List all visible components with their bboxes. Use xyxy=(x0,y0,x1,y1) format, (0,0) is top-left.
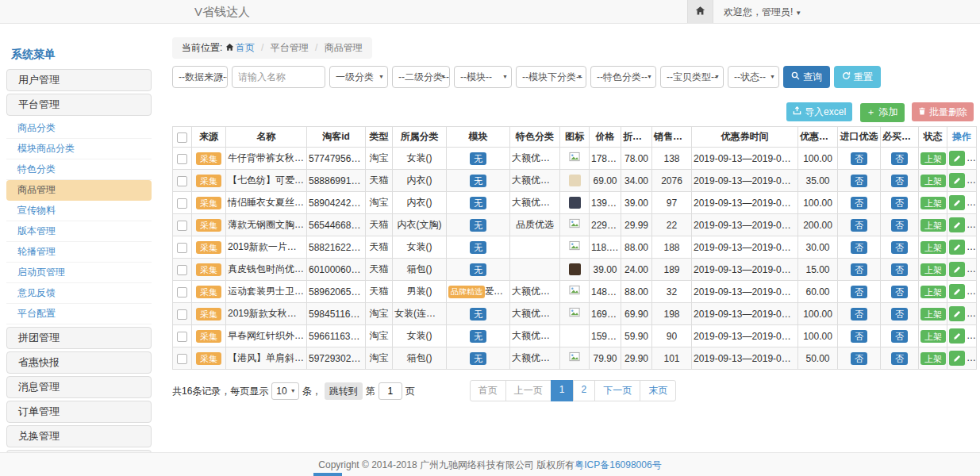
sidebar-group-groupbuy[interactable]: 拼团管理 xyxy=(6,327,152,349)
status-toggle[interactable]: 上架 xyxy=(920,152,946,165)
import-select-toggle[interactable]: 否 xyxy=(851,219,867,232)
edit-button[interactable] xyxy=(949,195,965,210)
row-checkbox[interactable] xyxy=(177,176,187,186)
status-toggle[interactable]: 上架 xyxy=(920,330,946,343)
import-select-toggle[interactable]: 否 xyxy=(851,308,867,321)
reset-button[interactable]: 重置 xyxy=(834,66,881,88)
sidebar-item-carousel-management[interactable]: 轮播管理 xyxy=(6,242,152,263)
edit-button[interactable] xyxy=(949,328,965,344)
must-buy-toggle[interactable]: 否 xyxy=(891,241,908,254)
name-search-input[interactable] xyxy=(232,66,325,88)
horizontal-scrollbar-thumb[interactable] xyxy=(313,473,342,476)
level1-category-select[interactable]: 一级分类▼ xyxy=(329,66,388,88)
row-checkbox-cell xyxy=(173,214,192,236)
batch-delete-button[interactable]: 批量删除 xyxy=(912,102,974,121)
row-checkbox[interactable] xyxy=(177,154,187,164)
must-buy-toggle[interactable]: 否 xyxy=(891,219,908,232)
row-checkbox[interactable] xyxy=(177,354,187,364)
status-toggle[interactable]: 上架 xyxy=(920,241,946,254)
row-checkbox[interactable] xyxy=(177,309,187,320)
must-buy-toggle[interactable]: 否 xyxy=(891,352,908,365)
import-excel-button[interactable]: 导入excel xyxy=(786,102,852,121)
edit-button[interactable] xyxy=(949,240,965,255)
edit-button[interactable] xyxy=(949,351,965,366)
status-toggle[interactable]: 上架 xyxy=(920,286,946,298)
import-select-toggle[interactable]: 否 xyxy=(851,197,867,209)
edit-button[interactable] xyxy=(949,284,965,299)
status-select[interactable]: --状态--▼ xyxy=(728,66,779,88)
import-select-toggle[interactable]: 否 xyxy=(851,352,867,365)
sidebar-item-goods-category[interactable]: 商品分类 xyxy=(6,118,152,139)
add-button[interactable]: ＋添加 xyxy=(860,103,905,122)
status-toggle[interactable]: 上架 xyxy=(920,352,946,365)
sidebar-item-goods-management[interactable]: 商品管理 xyxy=(6,180,152,201)
sidebar-item-promo-material[interactable]: 宣传物料 xyxy=(6,201,152,221)
status-toggle[interactable]: 上架 xyxy=(920,219,946,232)
select-all-checkbox[interactable] xyxy=(177,132,187,143)
status-cell: 上架 xyxy=(919,214,947,236)
edit-button[interactable] xyxy=(949,173,965,188)
sidebar-group-platform[interactable]: 平台管理 xyxy=(6,94,152,116)
edit-button[interactable] xyxy=(949,306,965,321)
status-toggle[interactable]: 上架 xyxy=(920,308,946,321)
must-buy-toggle[interactable]: 否 xyxy=(891,175,908,187)
must-buy-toggle[interactable]: 否 xyxy=(891,308,908,321)
must-buy-toggle[interactable]: 否 xyxy=(891,263,908,276)
import-select-toggle[interactable]: 否 xyxy=(851,263,867,276)
edit-button[interactable] xyxy=(949,217,965,232)
row-checkbox[interactable] xyxy=(177,221,187,231)
products-table: 来源 名称 淘客id 类型 所属分类 模块 特色分类 图标 价格 折后价 销售数… xyxy=(172,126,977,370)
sidebar-item-platform-config[interactable]: 平台配置 xyxy=(6,304,152,324)
jump-page-input[interactable] xyxy=(379,382,402,400)
feature-category-select[interactable]: --特色分类--▼ xyxy=(590,66,656,88)
home-button[interactable] xyxy=(687,0,713,23)
row-checkbox[interactable] xyxy=(177,287,187,298)
must-buy-toggle[interactable]: 否 xyxy=(891,330,908,343)
jump-button[interactable]: 跳转到 xyxy=(325,382,363,400)
status-toggle[interactable]: 上架 xyxy=(920,175,946,187)
sidebar-item-feature-category[interactable]: 特色分类 xyxy=(6,159,152,180)
edit-button[interactable] xyxy=(949,151,965,166)
search-button[interactable]: 查询 xyxy=(783,66,830,88)
import-select-toggle[interactable]: 否 xyxy=(851,286,867,298)
pager-next[interactable]: 下一页 xyxy=(594,380,640,401)
level2-category-select[interactable]: --二级分类--▼ xyxy=(392,66,450,88)
pager-page-1[interactable]: 1 xyxy=(551,380,574,401)
row-checkbox[interactable] xyxy=(177,265,187,275)
item-type-select[interactable]: --宝贝类型--▼ xyxy=(660,66,724,88)
sidebar-group-orders[interactable]: 订单管理 xyxy=(6,401,152,423)
source-cell: 采集 xyxy=(192,347,226,370)
sidebar-item-module-goods-category[interactable]: 模块商品分类 xyxy=(6,139,152,159)
icp-link[interactable]: 粤ICP备16098006号 xyxy=(575,459,661,470)
import-select-toggle[interactable]: 否 xyxy=(851,175,867,187)
pager-page-2[interactable]: 2 xyxy=(573,380,596,401)
import-select-toggle[interactable]: 否 xyxy=(851,241,867,254)
sidebar-group-messages[interactable]: 消息管理 xyxy=(6,376,152,398)
status-cell: 上架 xyxy=(919,170,947,192)
breadcrumb-home-link[interactable]: 首页 xyxy=(236,42,255,53)
module-subcategory-select[interactable]: --模块下分类--▼ xyxy=(516,66,586,88)
page-size-select[interactable]: 10▼ xyxy=(271,382,298,400)
sidebar-group-express[interactable]: 省惠快报 xyxy=(6,351,152,374)
edit-button[interactable] xyxy=(949,262,965,277)
import-select-toggle[interactable]: 否 xyxy=(851,330,867,343)
module-select[interactable]: --模块--▼ xyxy=(454,66,512,88)
row-checkbox-cell xyxy=(173,347,192,370)
sidebar-item-splash-management[interactable]: 启动页管理 xyxy=(6,263,152,283)
row-checkbox[interactable] xyxy=(177,198,187,209)
user-menu[interactable]: 欢迎您，管理员!▼ xyxy=(724,0,801,25)
must-buy-toggle[interactable]: 否 xyxy=(891,197,908,209)
sidebar-group-users[interactable]: 用户管理 xyxy=(6,69,152,91)
must-buy-toggle[interactable]: 否 xyxy=(891,286,908,298)
sidebar-item-feedback[interactable]: 意见反馈 xyxy=(6,283,152,304)
import-select-toggle[interactable]: 否 xyxy=(851,152,867,165)
sidebar-group-exchange[interactable]: 兑换管理 xyxy=(6,425,152,447)
row-checkbox[interactable] xyxy=(177,243,187,253)
must-buy-toggle[interactable]: 否 xyxy=(891,152,908,165)
row-checkbox[interactable] xyxy=(177,332,187,342)
sidebar-item-version-management[interactable]: 版本管理 xyxy=(6,221,152,242)
pager-last[interactable]: 末页 xyxy=(640,380,676,401)
data-source-select[interactable]: --数据来源--▼ xyxy=(172,66,228,88)
status-toggle[interactable]: 上架 xyxy=(920,263,946,276)
status-toggle[interactable]: 上架 xyxy=(920,197,946,209)
